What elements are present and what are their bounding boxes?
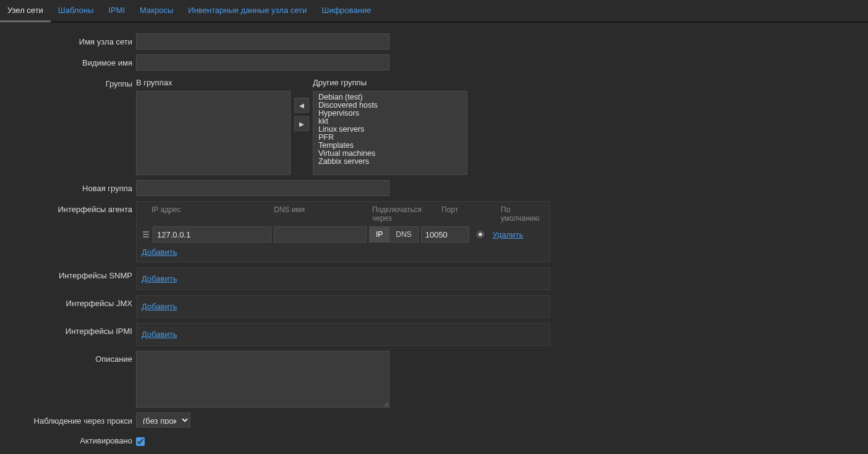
- jmx-iface-panel: Добавить: [136, 295, 550, 318]
- iface-col-port: Порт: [441, 205, 498, 223]
- label-new-group: Новая группа: [0, 180, 136, 193]
- agent-iface-panel: IP адрес DNS имя Подключаться через Порт…: [136, 201, 550, 262]
- tab-macros[interactable]: Макросы: [132, 0, 181, 22]
- group-option[interactable]: Linux servers: [313, 126, 467, 134]
- description-textarea[interactable]: [136, 351, 389, 408]
- agent-port-input[interactable]: [421, 226, 469, 242]
- add-agent-iface-link[interactable]: Добавить: [142, 247, 177, 257]
- proxy-select[interactable]: (без прокси): [136, 413, 190, 427]
- tab-host[interactable]: Узел сети: [0, 0, 51, 22]
- group-option[interactable]: Zabbix servers: [313, 158, 467, 166]
- tabs-bar: Узел сети Шаблоны IPMI Макросы Инвентарн…: [0, 0, 868, 22]
- add-jmx-iface-link[interactable]: Добавить: [142, 302, 177, 311]
- arrow-right-icon: ▶: [299, 121, 304, 127]
- add-snmp-iface-link[interactable]: Добавить: [142, 274, 177, 283]
- enabled-checkbox[interactable]: [136, 437, 145, 446]
- iface-col-default: По умолчанию: [501, 205, 542, 223]
- label-hostname: Имя узла сети: [0, 33, 136, 46]
- iface-col-ip: IP адрес: [142, 205, 271, 223]
- move-left-button[interactable]: ◀: [294, 98, 309, 113]
- tab-ipmi[interactable]: IPMI: [101, 0, 132, 22]
- new-group-input[interactable]: [136, 180, 389, 196]
- agent-iface-row: IP DNS Удалить: [142, 226, 545, 242]
- tab-templates[interactable]: Шаблоны: [51, 0, 101, 22]
- agent-ip-input[interactable]: [153, 226, 271, 242]
- label-visible-name: Видимое имя: [0, 54, 136, 67]
- label-proxy: Наблюдение через прокси: [0, 413, 136, 426]
- label-jmx-ifaces: Интерфейсы JMX: [0, 295, 136, 308]
- drag-handle-icon[interactable]: [142, 227, 150, 242]
- add-ipmi-iface-link[interactable]: Добавить: [142, 330, 177, 339]
- tab-encryption[interactable]: Шифрование: [314, 0, 378, 22]
- tab-inventory[interactable]: Инвентарные данные узла сети: [181, 0, 314, 22]
- connect-ip-option[interactable]: IP: [369, 226, 389, 242]
- connect-via-toggle: IP DNS: [369, 226, 419, 242]
- label-snmp-ifaces: Интерфейсы SNMP: [0, 267, 136, 280]
- label-ipmi-ifaces: Интерфейсы IPMI: [0, 323, 136, 336]
- label-groups: Группы: [0, 75, 136, 88]
- snmp-iface-panel: Добавить: [136, 267, 550, 290]
- hostname-input[interactable]: [136, 33, 389, 49]
- iface-col-dns: DNS имя: [274, 205, 370, 223]
- other-groups-header: Другие группы: [313, 75, 467, 87]
- move-right-button[interactable]: ▶: [294, 116, 309, 131]
- connect-dns-option[interactable]: DNS: [389, 226, 418, 242]
- default-iface-radio[interactable]: [477, 231, 484, 238]
- iface-col-connect: Подключаться через: [372, 205, 439, 223]
- agent-dns-input[interactable]: [274, 226, 367, 242]
- visible-name-input[interactable]: [136, 54, 389, 71]
- host-form: Имя узла сети Видимое имя Группы В групп…: [0, 22, 868, 454]
- label-agent-ifaces: Интерфейсы агента: [0, 201, 136, 214]
- in-groups-list[interactable]: [136, 91, 291, 175]
- in-groups-header: В группах: [136, 75, 291, 87]
- other-groups-list[interactable]: Debian (test)Discovered hostsHypervisors…: [313, 91, 467, 175]
- remove-iface-link[interactable]: Удалить: [493, 230, 524, 239]
- group-option[interactable]: Hypervisors: [313, 109, 467, 118]
- label-enabled: Активировано: [0, 432, 136, 445]
- label-description: Описание: [0, 351, 136, 364]
- ipmi-iface-panel: Добавить: [136, 323, 550, 346]
- arrow-left-icon: ◀: [299, 102, 304, 109]
